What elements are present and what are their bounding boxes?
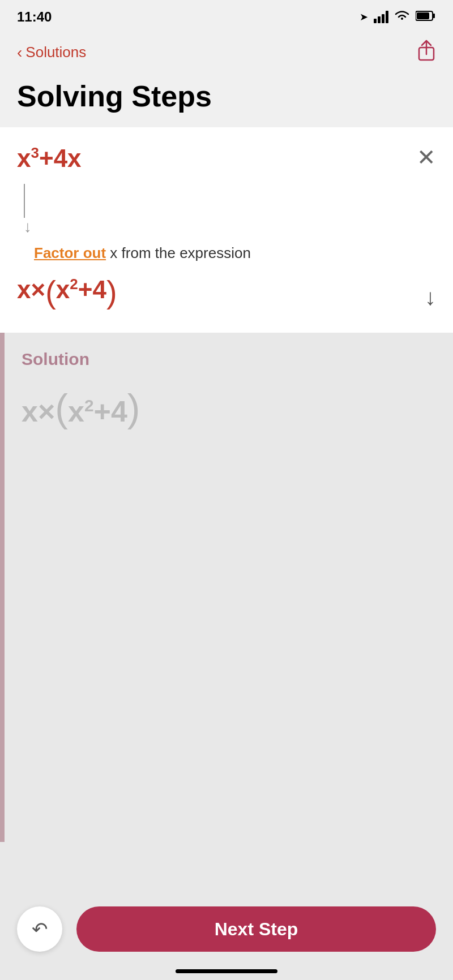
- svg-rect-1: [433, 14, 435, 18]
- solution-label: Solution: [22, 350, 436, 369]
- undo-button[interactable]: ↶: [17, 906, 62, 952]
- status-time: 11:40: [17, 9, 52, 25]
- initial-expression: x3+4x: [17, 144, 436, 173]
- page-title-area: Solving Steps: [0, 74, 453, 127]
- result-expression: x×(x2+4): [17, 273, 436, 310]
- location-icon: ➤: [360, 11, 368, 23]
- close-icon: ✕: [417, 145, 436, 170]
- page-title: Solving Steps: [17, 79, 436, 113]
- steps-card: ✕ x3+4x ↓ Factor out x from the expressi…: [0, 127, 453, 333]
- step-description-text: x from the expression: [106, 244, 251, 261]
- home-indicator: [176, 969, 277, 973]
- back-label: Solutions: [25, 44, 86, 61]
- bottom-bar: ↶ Next Step: [0, 895, 453, 980]
- share-button[interactable]: [417, 40, 436, 65]
- expand-icon: ↓: [425, 285, 436, 310]
- step-description: Factor out x from the expression: [34, 244, 436, 262]
- solution-section: Solution x×(x2+4): [0, 333, 453, 842]
- step-connector: ↓: [17, 184, 436, 236]
- back-button[interactable]: ‹ Solutions: [17, 44, 86, 62]
- close-button[interactable]: ✕: [417, 144, 436, 170]
- status-icons: ➤: [360, 10, 436, 24]
- undo-icon: ↶: [32, 918, 48, 940]
- solution-expression: x×(x2+4): [22, 386, 436, 430]
- down-arrow-icon: ↓: [24, 218, 32, 236]
- wifi-icon: [394, 10, 410, 24]
- svg-rect-2: [417, 12, 429, 19]
- factor-out-link[interactable]: Factor out: [34, 244, 106, 261]
- expand-button[interactable]: ↓: [425, 285, 436, 310]
- chevron-left-icon: ‹: [17, 44, 22, 62]
- battery-icon: [416, 10, 436, 24]
- connector-line: [24, 184, 25, 218]
- signal-icon: [374, 11, 388, 23]
- next-step-button[interactable]: Next Step: [76, 906, 436, 952]
- status-bar: 11:40 ➤: [0, 0, 453, 34]
- nav-bar: ‹ Solutions: [0, 34, 453, 74]
